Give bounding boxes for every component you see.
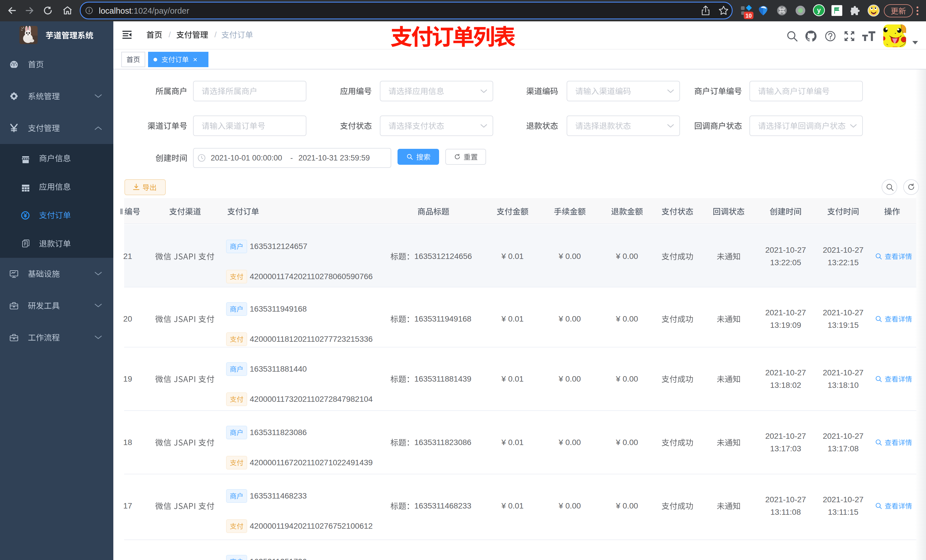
svg-text:y: y (817, 6, 821, 14)
svg-text:10: 10 (746, 12, 752, 19)
